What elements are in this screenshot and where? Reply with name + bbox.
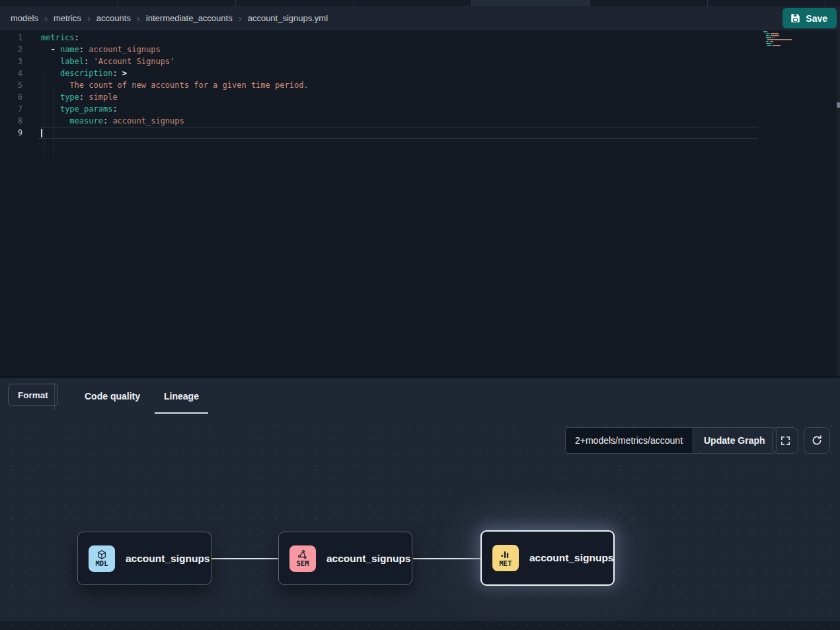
minimap[interactable] [763,31,810,49]
metric-chart-icon [500,549,511,560]
breadcrumb-item[interactable]: intermediate_accounts [146,13,233,23]
node-name-label: account_signups [326,553,410,565]
minimap-line [763,47,810,48]
minimap-line [763,35,810,36]
code-line[interactable]: label: 'Account Signups' [38,55,829,67]
code-line[interactable]: - name: account_signups [38,44,829,55]
editor-file-tab[interactable] [0,0,118,6]
editor-file-tab[interactable] [354,0,473,6]
line-number-gutter: 123456789 [0,32,24,139]
editor-file-tab[interactable] [708,0,826,6]
lineage-selector-input[interactable] [566,428,693,453]
line-number: 4 [0,67,24,79]
node-name-label: account_signups [529,552,613,564]
node-name-label: account_signups [126,553,210,565]
code-editor[interactable]: 123456789 metrics: - name: account_signu… [0,30,840,376]
minimap-line [763,33,810,34]
cube-icon [96,549,107,560]
editor-file-tab[interactable] [118,0,237,6]
node-type-label: MET [500,560,512,567]
line-number: 8 [0,115,24,127]
node-type-label: SEM [297,560,309,567]
code-lines[interactable]: metrics: - name: account_signups label: … [38,32,829,139]
lineage-edge [211,558,278,559]
chevron-right-icon: › [239,13,242,23]
editor-file-tab[interactable] [236,0,354,6]
status-strip [0,621,840,630]
code-line[interactable] [38,127,758,139]
lineage-node-mdl[interactable]: MDLaccount_signups [77,532,211,585]
minimap-line [763,39,810,40]
line-number: 3 [0,55,24,67]
editor-file-tab[interactable] [590,0,708,6]
editor-file-tab[interactable] [472,0,590,6]
fullscreen-button[interactable] [772,427,798,454]
code-line[interactable]: metrics: [38,32,829,44]
node-type-badge: SEM [289,545,316,572]
lineage-node-met[interactable]: METaccount_signups [480,530,615,586]
update-graph-button[interactable]: Update Graph [693,428,776,453]
lineage-graph[interactable]: Update Graph [0,416,840,630]
breadcrumb-bar: models›metrics›accounts›intermediate_acc… [0,6,840,30]
line-number: 9 [0,127,24,139]
node-type-badge: MET [492,545,519,571]
code-line[interactable]: The count of new accounts for a given ti… [38,79,829,91]
line-number: 7 [0,103,24,115]
breadcrumb-item[interactable]: models [11,13,38,23]
ide-window: models›metrics›accounts›intermediate_acc… [0,0,840,630]
fullscreen-icon [780,435,791,446]
refresh-button[interactable] [804,427,830,454]
panel-tabs: Code qualityLineage [75,378,208,416]
code-line[interactable]: type: simple [38,91,829,103]
tab-divider [54,382,55,410]
semantic-network-icon [297,549,308,560]
save-button[interactable]: Save [783,8,837,28]
minimap-line [763,37,810,38]
format-button[interactable]: Format [8,384,58,406]
breadcrumb-item[interactable]: metrics [54,13,81,23]
line-number: 6 [0,91,24,103]
refresh-icon [811,435,823,446]
lineage-node-sem[interactable]: SEMaccount_signups [278,532,412,585]
chevron-right-icon: › [44,13,48,23]
bottom-panel: Format Code qualityLineage Update Graph [0,376,840,630]
minimap-line [763,41,810,42]
panel-tab-lineage[interactable]: Lineage [155,378,208,414]
panel-tab-row: Format Code qualityLineage [0,378,840,416]
text-cursor [41,129,42,137]
line-number: 1 [0,32,24,44]
editor-scrollbar-thumb[interactable] [837,102,840,108]
minimap-line [763,43,810,44]
breadcrumb-item[interactable]: account_signups.yml [248,13,328,23]
line-number: 5 [0,79,24,91]
editor-scrollbar[interactable] [837,30,840,376]
editor-tab-strip [0,0,840,6]
code-line[interactable]: measure: account_signups [38,115,829,127]
breadcrumb-item[interactable]: accounts [96,13,131,23]
line-number: 2 [0,44,24,55]
save-icon [790,13,800,23]
code-line[interactable]: description: > [38,67,829,79]
breadcrumb: models›metrics›accounts›intermediate_acc… [11,13,328,23]
chevron-right-icon: › [137,13,140,23]
minimap-line [763,31,810,32]
minimap-line [763,45,810,46]
node-type-badge: MDL [89,545,115,572]
panel-tab-code-quality[interactable]: Code quality [75,378,149,414]
lineage-edge [413,558,480,559]
editor-file-tab[interactable] [826,0,840,6]
save-button-label: Save [806,13,827,24]
node-type-label: MDL [96,560,108,567]
chevron-right-icon: › [87,13,91,23]
code-line[interactable]: type_params: [38,103,829,115]
lineage-selector-group: Update Graph [565,427,777,454]
